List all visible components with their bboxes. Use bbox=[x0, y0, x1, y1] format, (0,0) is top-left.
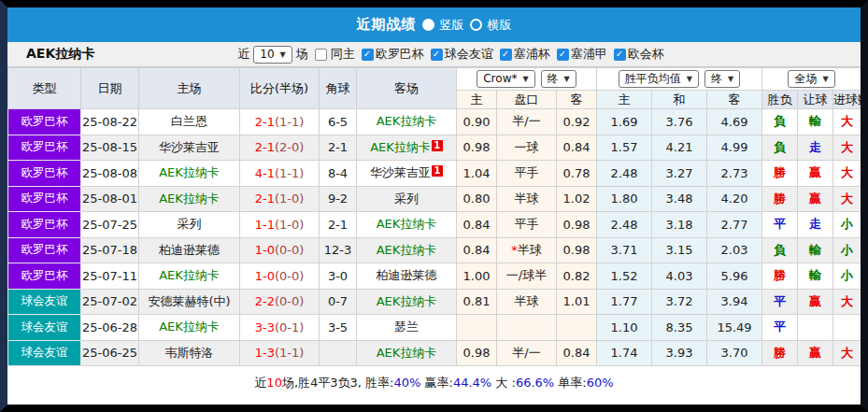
europe-draw-odds: 3.27 bbox=[652, 161, 707, 187]
filter-checkbox-4[interactable] bbox=[557, 49, 569, 61]
goals-result-cell-value: 大 bbox=[841, 114, 853, 128]
subcol-2-0: 胜负 bbox=[762, 91, 798, 109]
radio-vertical-layout[interactable] bbox=[422, 19, 434, 31]
result-cell-value: 負 bbox=[774, 114, 786, 128]
radio-horizontal-layout[interactable] bbox=[470, 19, 482, 31]
radio-vertical-label[interactable]: 竖版 bbox=[440, 17, 464, 34]
table-row: 欧罗巴杯25-08-15华沙莱吉亚2-1(2-0)2-1AEK拉纳卡10.98一… bbox=[8, 135, 861, 161]
radio-horizontal-label[interactable]: 横版 bbox=[488, 17, 512, 34]
league-badge: 球会友谊 bbox=[8, 315, 81, 341]
goals-result-cell: 大 bbox=[833, 340, 861, 366]
away-team: AEK拉纳卡1 bbox=[357, 135, 457, 161]
asian-line-text: 半球 bbox=[518, 243, 542, 257]
goals-result-cell-value: 大 bbox=[841, 140, 853, 154]
table-row: 欧罗巴杯25-07-11AEK拉纳卡1-0(0-0)3-0柏迪逊莱德1.00一/… bbox=[8, 263, 861, 290]
filter-checkbox-label-4[interactable]: 塞浦甲 bbox=[571, 46, 607, 63]
handicap-result-cell-value: 走 bbox=[809, 217, 821, 231]
home-team-name: AEK拉纳卡 bbox=[159, 165, 220, 179]
europe-home-odds: 1.80 bbox=[597, 186, 652, 212]
filter-checkbox-label-5[interactable]: 欧会杯 bbox=[628, 46, 664, 63]
fulltime-score: 4-1 bbox=[255, 166, 275, 180]
filter-checkbox-2[interactable] bbox=[431, 49, 443, 61]
recent-suffix-label: 场 bbox=[296, 46, 308, 63]
subcol-0-0: 主 bbox=[457, 91, 497, 109]
away-team-name: AEK拉纳卡 bbox=[377, 114, 437, 128]
asian-line: 平手 bbox=[497, 161, 557, 187]
subcol-1-1: 和 bbox=[652, 91, 707, 109]
recent-count-value: 10 bbox=[260, 48, 274, 62]
recent-count-select[interactable]: 10 ▼ bbox=[253, 46, 292, 64]
summary-segment-1: 10 bbox=[266, 376, 282, 390]
match-score: 1-0(0-0) bbox=[240, 237, 320, 263]
europe-draw-odds: 3.72 bbox=[652, 289, 707, 315]
chevron-down-icon: ▼ bbox=[564, 72, 570, 86]
odds-group-0: Crow*▼终▼ bbox=[457, 68, 597, 91]
league-badge: 欧罗巴杯 bbox=[8, 186, 81, 212]
home-team: 采列 bbox=[139, 212, 240, 238]
match-score: 2-1(1-1) bbox=[240, 109, 320, 135]
europe-away-odds: 3.94 bbox=[707, 289, 762, 315]
match-score: 3-3(0-1) bbox=[240, 315, 320, 341]
match-date: 25-06-25 bbox=[81, 340, 139, 366]
filter-checkbox-0[interactable] bbox=[315, 49, 327, 61]
away-team-name: AEK拉纳卡 bbox=[377, 294, 437, 308]
league-badge: 欧罗巴杯 bbox=[8, 237, 81, 263]
match-score: 1-3(1-1) bbox=[240, 340, 320, 366]
home-team-name: 华沙莱吉亚 bbox=[159, 140, 220, 154]
fulltime-select[interactable]: 全场▼ bbox=[788, 70, 834, 88]
match-date: 25-08-01 bbox=[81, 186, 139, 212]
col-away: 客场 bbox=[357, 68, 457, 109]
odds-group-2: 全场▼ bbox=[762, 68, 861, 91]
away-team: AEK拉纳卡 bbox=[357, 237, 457, 263]
handicap-result-cell bbox=[798, 315, 833, 341]
europe-draw-odds: 8.35 bbox=[652, 315, 707, 341]
filter-checkbox-label-1[interactable]: 欧罗巴杯 bbox=[376, 46, 424, 63]
result-cell-value: 勝 bbox=[774, 346, 786, 360]
table-row: 欧罗巴杯25-08-01AEK拉纳卡2-1(1-0)9-2采列0.80半球1.0… bbox=[8, 186, 861, 212]
halftime-score: (0-1) bbox=[275, 320, 304, 334]
europe-away-odds: 2.73 bbox=[707, 161, 762, 187]
bookmaker-select[interactable]: Crow*▼ bbox=[477, 70, 534, 88]
avg-odds-select[interactable]: 胜平负均值▼ bbox=[619, 70, 699, 88]
filter-checkbox-label-3[interactable]: 塞浦杯 bbox=[514, 46, 550, 63]
europe-final-select-value: 终 bbox=[711, 72, 722, 86]
europe-home-odds: 1.77 bbox=[597, 289, 652, 315]
home-team-name: AEK拉纳卡 bbox=[159, 268, 220, 282]
goals-result-cell-value: 小 bbox=[841, 217, 853, 231]
chevron-down-icon: ▼ bbox=[522, 72, 528, 86]
handicap-result-cell: 輸 bbox=[798, 237, 833, 263]
filter-checkbox-5[interactable] bbox=[614, 49, 626, 61]
corners: 0-7 bbox=[320, 289, 357, 315]
away-team: 瑟兰 bbox=[357, 315, 457, 341]
title-bar: 近期战绩 竖版 横版 bbox=[7, 7, 861, 42]
away-team-name: 柏迪逊莱德 bbox=[377, 268, 437, 282]
filter-checkbox-label-2[interactable]: 球会友谊 bbox=[445, 46, 493, 63]
handicap-result-cell: 走 bbox=[798, 135, 833, 161]
handicap-result-cell-value: 輸 bbox=[809, 268, 821, 282]
asian-home-odds: 0.90 bbox=[457, 109, 497, 135]
handicap-result-cell-value: 輸 bbox=[809, 243, 821, 257]
home-team: AEK拉纳卡 bbox=[139, 186, 240, 212]
europe-draw-odds: 4.21 bbox=[652, 135, 707, 161]
fulltime-score: 1-3 bbox=[255, 346, 275, 360]
away-team: 华沙莱吉亚1 bbox=[357, 161, 457, 187]
europe-final-select[interactable]: 终▼ bbox=[704, 70, 740, 88]
asian-line-text: 平手 bbox=[515, 217, 539, 231]
europe-home-odds: 1.74 bbox=[597, 340, 652, 366]
asian-home-odds: 1.04 bbox=[457, 161, 497, 187]
asian-final-select[interactable]: 终▼ bbox=[541, 70, 576, 88]
table-row: 球会友谊25-06-28AEK拉纳卡3-3(0-1)3-5瑟兰1.108.351… bbox=[8, 315, 861, 341]
handicap-result-cell: 贏 bbox=[798, 289, 833, 315]
halftime-score: (1-1) bbox=[275, 346, 304, 360]
result-cell: 勝 bbox=[762, 263, 798, 290]
asian-line: 平手 bbox=[497, 212, 557, 238]
filter-checkbox-label-0[interactable]: 同主 bbox=[331, 46, 355, 63]
home-team-name: 韦斯特洛 bbox=[165, 346, 214, 360]
away-team: AEK拉纳卡 bbox=[357, 212, 457, 238]
filter-checkbox-1[interactable] bbox=[362, 49, 374, 61]
away-team-name: 采列 bbox=[394, 192, 419, 206]
halftime-score: (0-0) bbox=[275, 269, 304, 283]
halftime-score: (0-0) bbox=[275, 243, 304, 257]
match-date: 25-07-11 bbox=[81, 263, 139, 290]
filter-checkbox-3[interactable] bbox=[500, 49, 512, 61]
